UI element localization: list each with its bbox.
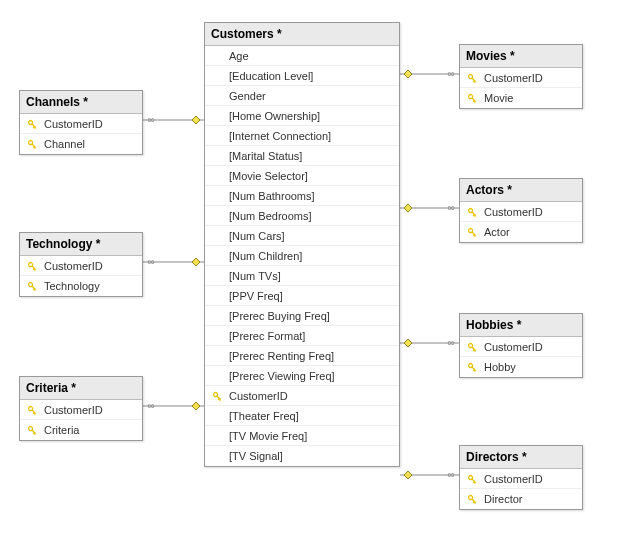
- svg-marker-10: [404, 70, 412, 78]
- table-technology[interactable]: Technology * CustomerID Technology: [19, 232, 143, 297]
- column-name: CustomerID: [480, 72, 543, 84]
- svg-line-71: [473, 369, 474, 370]
- table-body: CustomerID Criteria: [20, 400, 142, 440]
- key-icon: [464, 339, 480, 355]
- table-column-row[interactable]: CustomerID: [205, 386, 399, 406]
- blank-icon: [209, 88, 225, 104]
- blank-icon: [209, 308, 225, 324]
- table-criteria[interactable]: Criteria * CustomerID Criteria: [19, 376, 143, 441]
- table-column-row[interactable]: [Prerec Buying Freq]: [205, 306, 399, 326]
- table-column-row[interactable]: Channel: [20, 134, 142, 154]
- column-name: Channel: [40, 138, 85, 150]
- svg-text:∞: ∞: [447, 68, 454, 79]
- table-column-row[interactable]: Technology: [20, 276, 142, 296]
- column-name: [Num Cars]: [225, 230, 285, 242]
- table-column-row[interactable]: [Num Children]: [205, 246, 399, 266]
- svg-line-36: [34, 290, 35, 291]
- table-column-row[interactable]: [Movie Selector]: [205, 166, 399, 186]
- svg-line-27: [33, 146, 34, 147]
- column-name: Hobby: [480, 361, 516, 373]
- svg-line-44: [34, 434, 35, 435]
- table-column-row[interactable]: CustomerID: [20, 114, 142, 134]
- table-column-row[interactable]: [Internet Connection]: [205, 126, 399, 146]
- table-customers[interactable]: Customers * Age[Education Level]Gender[H…: [204, 22, 400, 467]
- table-column-row[interactable]: [Num Bathrooms]: [205, 186, 399, 206]
- table-column-row[interactable]: [PPV Freq]: [205, 286, 399, 306]
- table-column-row[interactable]: [Num TVs]: [205, 266, 399, 286]
- table-column-row[interactable]: [Home Ownership]: [205, 106, 399, 126]
- column-name: CustomerID: [480, 206, 543, 218]
- table-body: CustomerID Movie: [460, 68, 582, 108]
- svg-line-32: [34, 269, 35, 270]
- blank-icon: [209, 68, 225, 84]
- table-header: Channels *: [20, 91, 142, 114]
- blank-icon: [209, 48, 225, 64]
- table-column-row[interactable]: CustomerID: [20, 256, 142, 276]
- table-column-row[interactable]: [Prerec Renting Freq]: [205, 346, 399, 366]
- table-column-row[interactable]: CustomerID: [460, 469, 582, 489]
- table-column-row[interactable]: Age: [205, 46, 399, 66]
- table-column-row[interactable]: [Prerec Format]: [205, 326, 399, 346]
- column-name: Movie: [480, 92, 513, 104]
- table-column-row[interactable]: Director: [460, 489, 582, 509]
- svg-line-48: [219, 399, 220, 400]
- svg-line-23: [33, 126, 34, 127]
- table-column-row[interactable]: CustomerID: [460, 202, 582, 222]
- key-icon: [24, 422, 40, 438]
- table-header: Movies *: [460, 45, 582, 68]
- table-column-row[interactable]: [TV Movie Freq]: [205, 426, 399, 446]
- table-column-row[interactable]: [Num Cars]: [205, 226, 399, 246]
- column-name: CustomerID: [225, 390, 288, 402]
- table-actors[interactable]: Actors * CustomerID Actor: [459, 178, 583, 243]
- table-column-row[interactable]: Criteria: [20, 420, 142, 440]
- table-column-row[interactable]: [Num Bedrooms]: [205, 206, 399, 226]
- blank-icon: [209, 448, 225, 464]
- blank-icon: [209, 328, 225, 344]
- table-column-row[interactable]: Gender: [205, 86, 399, 106]
- table-directors[interactable]: Directors * CustomerID Director: [459, 445, 583, 510]
- svg-line-24: [34, 127, 35, 128]
- table-column-row[interactable]: CustomerID: [20, 400, 142, 420]
- table-hobbies[interactable]: Hobbies * CustomerID Hobby: [459, 313, 583, 378]
- table-column-row[interactable]: Actor: [460, 222, 582, 242]
- table-column-row[interactable]: CustomerID: [460, 68, 582, 88]
- blank-icon: [209, 288, 225, 304]
- column-name: Criteria: [40, 424, 79, 436]
- svg-line-72: [474, 371, 475, 372]
- svg-line-55: [473, 100, 474, 101]
- table-column-row[interactable]: [Prerec Viewing Freq]: [205, 366, 399, 386]
- column-name: [Prerec Viewing Freq]: [225, 370, 335, 382]
- table-column-row[interactable]: Movie: [460, 88, 582, 108]
- table-body: Age[Education Level]Gender[Home Ownershi…: [205, 46, 399, 466]
- column-name: [Home Ownership]: [225, 110, 320, 122]
- column-name: CustomerID: [480, 473, 543, 485]
- svg-text:∞: ∞: [147, 114, 154, 125]
- blank-icon: [209, 428, 225, 444]
- svg-line-75: [473, 481, 474, 482]
- svg-marker-16: [404, 339, 412, 347]
- table-column-row[interactable]: [Marital Status]: [205, 146, 399, 166]
- table-column-row[interactable]: [Theater Freq]: [205, 406, 399, 426]
- table-header: Customers *: [205, 23, 399, 46]
- table-column-row[interactable]: Hobby: [460, 357, 582, 377]
- key-icon: [464, 90, 480, 106]
- blank-icon: [209, 408, 225, 424]
- svg-line-59: [473, 214, 474, 215]
- table-channels[interactable]: Channels * CustomerID Channel: [19, 90, 143, 155]
- column-name: [Num TVs]: [225, 270, 281, 282]
- table-column-row[interactable]: CustomerID: [460, 337, 582, 357]
- svg-line-28: [34, 148, 35, 149]
- table-column-row[interactable]: [TV Signal]: [205, 446, 399, 466]
- blank-icon: [209, 148, 225, 164]
- key-icon: [464, 70, 480, 86]
- table-body: CustomerID Actor: [460, 202, 582, 242]
- column-name: [Prerec Buying Freq]: [225, 310, 330, 322]
- svg-line-47: [218, 398, 219, 399]
- key-icon: [464, 359, 480, 375]
- svg-line-79: [473, 501, 474, 502]
- svg-text:∞: ∞: [447, 469, 454, 480]
- blank-icon: [209, 248, 225, 264]
- table-body: CustomerID Director: [460, 469, 582, 509]
- table-movies[interactable]: Movies * CustomerID Movie: [459, 44, 583, 109]
- table-column-row[interactable]: [Education Level]: [205, 66, 399, 86]
